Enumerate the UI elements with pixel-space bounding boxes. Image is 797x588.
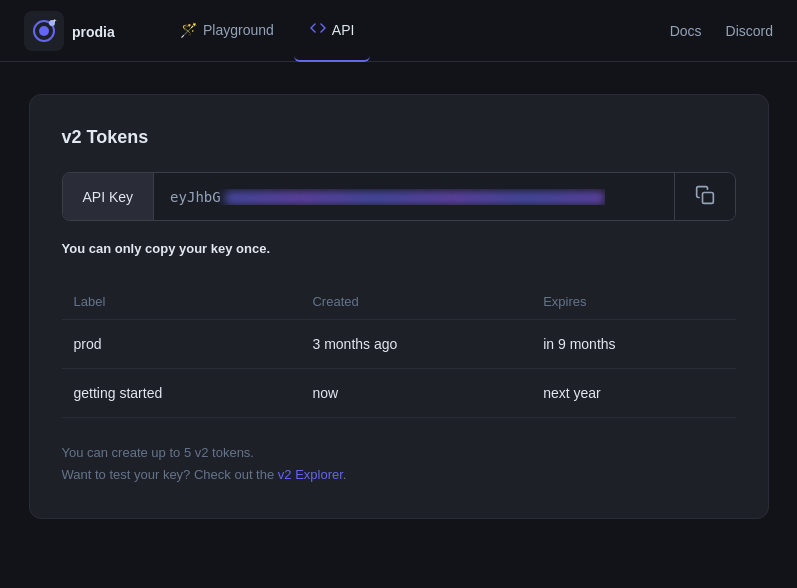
col-created: Created: [300, 284, 531, 320]
footer-line1: You can create up to 5 v2 tokens.: [62, 442, 736, 464]
footer-line2: Want to test your key? Check out the v2 …: [62, 464, 736, 486]
table-body: prod 3 months ago in 9 months getting st…: [62, 320, 736, 418]
tokens-table: Label Created Expires prod 3 months ago …: [62, 284, 736, 418]
token-created-0: 3 months ago: [300, 320, 531, 369]
copy-icon: [695, 185, 715, 208]
api-key-prefix: eyJhbG: [170, 189, 221, 205]
api-key-value: eyJhbG: [154, 173, 673, 220]
table-row: prod 3 months ago in 9 months: [62, 320, 736, 369]
nav-api[interactable]: API: [294, 0, 371, 62]
card-title: v2 Tokens: [62, 127, 736, 148]
main-content: v2 Tokens API Key eyJhbG You can only c: [0, 62, 797, 551]
token-label-0: prod: [62, 320, 301, 369]
svg-text:+: +: [53, 17, 57, 23]
logo[interactable]: + prodia: [24, 11, 132, 51]
table-header-row: Label Created Expires: [62, 284, 736, 320]
api-key-blur: [225, 191, 605, 205]
col-label: Label: [62, 284, 301, 320]
footer-suffix: .: [343, 467, 347, 482]
token-expires-0: in 9 months: [531, 320, 735, 369]
token-expires-1: next year: [531, 369, 735, 418]
api-key-row: API Key eyJhbG: [62, 172, 736, 221]
nav-right: Docs Discord: [670, 23, 773, 39]
warning-bold: You can only copy your key once.: [62, 241, 271, 256]
table-row: getting started now next year: [62, 369, 736, 418]
svg-rect-6: [702, 193, 713, 204]
discord-link[interactable]: Discord: [726, 23, 773, 39]
v2-tokens-card: v2 Tokens API Key eyJhbG You can only c: [29, 94, 769, 519]
token-created-1: now: [300, 369, 531, 418]
table-header: Label Created Expires: [62, 284, 736, 320]
token-label-1: getting started: [62, 369, 301, 418]
svg-text:prodia: prodia: [72, 24, 115, 40]
api-key-text: eyJhbG: [170, 189, 605, 205]
code-icon: [310, 20, 326, 39]
col-expires: Expires: [531, 284, 735, 320]
explorer-link[interactable]: v2 Explorer: [278, 467, 343, 482]
navbar: + prodia 🪄 Playground API Docs Discord: [0, 0, 797, 62]
docs-link[interactable]: Docs: [670, 23, 702, 39]
footer-prefix: Want to test your key? Check out the: [62, 467, 275, 482]
wand-icon: 🪄: [180, 22, 197, 38]
warning-text: You can only copy your key once.: [62, 241, 736, 256]
api-label: API: [332, 22, 355, 38]
nav-links: 🪄 Playground API: [164, 0, 670, 62]
card-footer: You can create up to 5 v2 tokens. Want t…: [62, 442, 736, 486]
api-key-label: API Key: [63, 173, 155, 220]
playground-label: Playground: [203, 22, 274, 38]
nav-playground[interactable]: 🪄 Playground: [164, 0, 290, 62]
svg-point-2: [39, 26, 49, 36]
copy-button[interactable]: [674, 173, 735, 220]
